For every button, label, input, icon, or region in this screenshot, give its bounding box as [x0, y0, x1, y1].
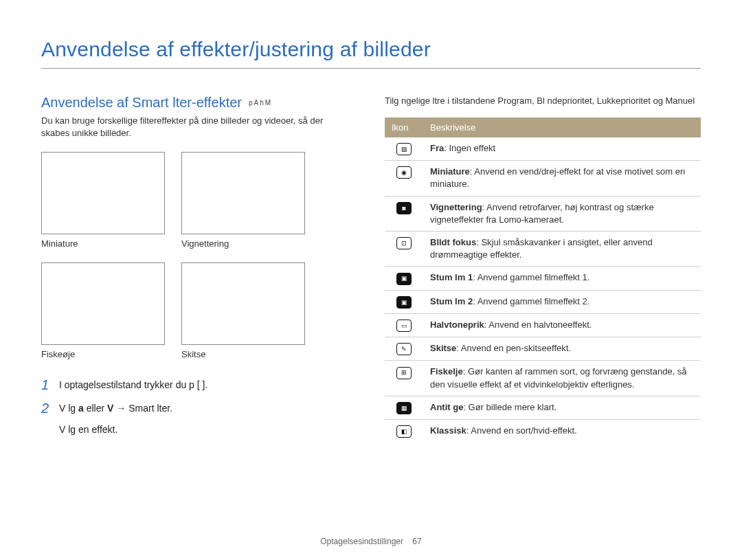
effect-rest: : Anvend en pen-skitseeffekt.: [456, 343, 571, 353]
effect-icon: ✎: [396, 343, 412, 355]
table-row: ▣ Stum lm 2: Anvend gammel filmeffekt 2.: [385, 290, 701, 313]
table-row: ▭ Halvtoneprik: Anvend en halvtoneeffekt…: [385, 313, 701, 337]
thumbnail-cell: Fiskeøje: [41, 262, 165, 359]
effect-desc: Halvtoneprik: Anvend en halvtoneeffekt.: [423, 313, 701, 337]
effect-icon-cell: ▣: [385, 290, 423, 313]
table-header-row: Ikon Beskrivelse: [385, 117, 701, 137]
mode-icon: A: [254, 99, 259, 107]
effect-desc: Stum lm 2: Anvend gammel filmeffekt 2.: [423, 290, 701, 313]
steps-list: 1 I optagelsestilstand trykker du p [ ].…: [41, 377, 344, 435]
step-text: I optagelsestilstand trykker du p [ ].: [59, 377, 207, 394]
thumbnail-image: [181, 262, 305, 345]
effect-desc: Fra: Ingen effekt: [423, 137, 701, 161]
effect-icon-cell: ▦: [385, 396, 423, 419]
effect-name: Stum lm 2: [430, 296, 473, 306]
table-row: ◉ Miniature: Anvend en vend/drej-effekt …: [385, 161, 701, 196]
manual-page: Anvendelse af effekter/justering af bill…: [0, 0, 742, 560]
effect-desc: Antit ge: Gør billede mere klart.: [423, 396, 701, 419]
effect-name: Blldt fokus: [430, 237, 476, 247]
section-intro: Du kan bruge forskellige filtereffekter …: [41, 115, 344, 139]
effect-desc: Skitse: Anvend en pen-skitseeffekt.: [423, 337, 701, 361]
effect-name: Halvtoneprik: [430, 320, 484, 330]
thumbnail-grid: Miniature Vignettering Fiskeøje Skitse: [41, 152, 344, 359]
effect-desc: Vignettering: Anvend retrofarver, høj ko…: [423, 196, 701, 231]
section-title-text: Anvendelse af Smart lter-effekter: [41, 95, 242, 111]
effect-name: Miniature: [430, 166, 470, 177]
step-text-part: ].: [203, 379, 208, 390]
mode-icon: M: [265, 99, 271, 107]
thumbnail-image: [181, 152, 305, 234]
effect-icon: ◙: [396, 202, 412, 214]
effect-desc: Fiskelje: Gør kanten af rammen sort, og …: [423, 361, 701, 396]
effect-name: Fiskelje: [430, 366, 463, 377]
effect-icon-cell: ◧: [385, 420, 423, 443]
right-column: Tilg ngelige ltre i tilstandene Program,…: [385, 95, 701, 443]
step-number: 1: [41, 377, 52, 393]
table-row: ⊞ Fiskelje: Gør kanten af rammen sort, o…: [385, 361, 701, 396]
effect-icon: ▣: [396, 273, 412, 285]
effect-name: Vignettering: [430, 202, 482, 212]
effect-rest: : Anvend gammel filmeffekt 2.: [473, 296, 589, 306]
thumbnail-label: Miniature: [41, 238, 165, 249]
effects-table: Ikon Beskrivelse ▧ Fra: Ingen effekt ◉ M…: [385, 117, 701, 443]
step-text-part: eller: [87, 403, 107, 414]
title-divider: [41, 68, 701, 69]
step-text: V lg a eller V → Smart lter.: [59, 401, 172, 417]
left-column: Anvendelse af Smart lter-effekter p A h …: [41, 95, 344, 443]
mode-icon: p: [249, 99, 253, 107]
thumbnail-image: [41, 152, 165, 234]
effect-icon-cell: ⊞: [385, 361, 423, 396]
effect-name: Stum lm 1: [430, 272, 473, 282]
effect-desc: Stum lm 1: Anvend gammel filmeffekt 1.: [423, 267, 701, 290]
thumbnail-cell: Vignettering: [181, 152, 305, 249]
footer-section: Optagelsesindstillinger: [320, 537, 403, 546]
step-text-part: I optagelsestilstand trykker du p [: [59, 379, 200, 390]
table-header-desc: Beskrivelse: [423, 117, 701, 137]
thumbnail-label: Vignettering: [181, 238, 305, 249]
effect-icon: ◧: [396, 425, 412, 438]
step-text-bold: V: [107, 403, 113, 414]
effect-name: Klassisk: [430, 425, 466, 436]
effect-icon-cell: ▧: [385, 137, 423, 161]
effect-icon-cell: ▭: [385, 313, 423, 337]
right-intro: Tilg ngelige ltre i tilstandene Program,…: [385, 95, 701, 108]
table-row: ⊡ Blldt fokus: Skjul småskavanker i ansi…: [385, 231, 701, 266]
step-text-bold: a: [78, 403, 84, 414]
effect-rest: : Anvend gammel filmeffekt 1.: [473, 272, 589, 282]
effect-rest: : Gør kanten af rammen sort, og forvræng…: [430, 366, 687, 389]
page-footer: Optagelsesindstillinger 67: [0, 537, 742, 546]
step-subtext: V lg en effekt.: [59, 424, 344, 435]
table-row: ▦ Antit ge: Gør billede mere klart.: [385, 396, 701, 419]
effect-icon: ◉: [396, 166, 412, 179]
page-title: Anvendelse af effekter/justering af bill…: [41, 38, 701, 61]
effect-desc: Klassisk: Anvend en sort/hvid-effekt.: [423, 420, 701, 443]
effect-icon: ⊞: [396, 367, 412, 379]
effect-icon-cell: ✎: [385, 337, 423, 361]
thumbnail-label: Skitse: [181, 349, 305, 359]
section-title: Anvendelse af Smart lter-effekter p A h …: [41, 95, 344, 111]
effect-icon-cell: ⊡: [385, 231, 423, 266]
effect-rest: : Gør billede mere klart.: [463, 402, 556, 412]
effect-name: Skitse: [430, 343, 456, 353]
thumbnail-cell: Miniature: [41, 152, 165, 249]
table-row: ◙ Vignettering: Anvend retrofarver, høj …: [385, 196, 701, 231]
table-row: ✎ Skitse: Anvend en pen-skitseeffekt.: [385, 337, 701, 361]
step-text-part: V lg: [59, 403, 78, 414]
effect-name: Fra: [430, 143, 444, 153]
effect-desc: Blldt fokus: Skjul småskavanker i ansigt…: [423, 231, 701, 266]
effect-icon-cell: ◉: [385, 161, 423, 196]
table-row: ◧ Klassisk: Anvend en sort/hvid-effekt.: [385, 420, 701, 443]
effect-icon: ⊡: [396, 237, 412, 249]
step-item: 1 I optagelsestilstand trykker du p [ ].: [41, 377, 344, 394]
mode-icon-group: p A h M: [249, 99, 271, 107]
table-row: ▣ Stum lm 1: Anvend gammel filmeffekt 1.: [385, 267, 701, 290]
step-item: 2 V lg a eller V → Smart lter.: [41, 401, 344, 417]
step-text-part: → Smart lter.: [116, 403, 172, 414]
effect-rest: : Ingen effekt: [444, 143, 495, 153]
effect-rest: : Anvend en sort/hvid-effekt.: [466, 425, 577, 436]
effect-rest: : Anvend en halvtoneeffekt.: [484, 320, 592, 330]
effect-icon: ▧: [396, 143, 412, 155]
thumbnail-label: Fiskeøje: [41, 349, 165, 359]
effect-icon: ▭: [396, 320, 412, 332]
effect-icon: ▣: [396, 296, 412, 309]
